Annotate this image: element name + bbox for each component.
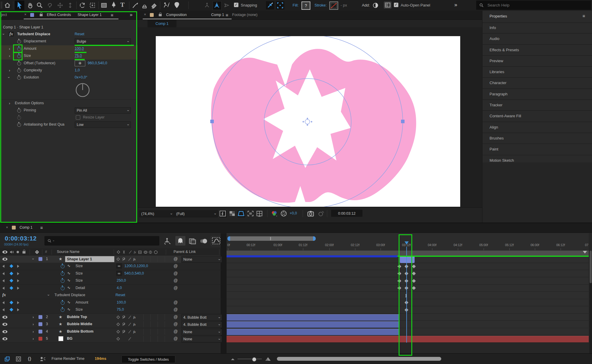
property-row-detail[interactable]: ∿ Detail 4,0 @	[0, 285, 221, 292]
expand-layer-icon[interactable]: ›	[33, 315, 34, 319]
toolbar-grip[interactable]	[1, 2, 2, 9]
stopwatch-icon[interactable]	[61, 272, 65, 276]
local-axis-mode-icon[interactable]	[204, 2, 210, 9]
fill-swatch[interactable]: ?	[301, 1, 310, 10]
audio-column-speaker-icon[interactable]	[9, 250, 14, 254]
panel-menu-icon[interactable]: ≡	[226, 12, 228, 17]
snapping-checkbox[interactable]	[234, 3, 238, 8]
parent-dropdown[interactable]: None ›	[181, 329, 222, 335]
shy-layers-icon[interactable]	[175, 236, 185, 246]
expand-inout-pane-icon[interactable]: {}	[28, 356, 31, 361]
expand-icon[interactable]: ›	[9, 54, 10, 58]
graph-icon[interactable]: ∿	[67, 278, 70, 283]
layer-name[interactable]: BG	[67, 336, 73, 341]
graph-icon[interactable]: ∿	[67, 286, 70, 290]
prev-keyframe-icon[interactable]	[2, 308, 4, 311]
add-keyframe-icon[interactable]	[9, 264, 13, 268]
help-search-box[interactable]	[476, 1, 591, 10]
sidebar-item-character[interactable]: Character	[482, 78, 592, 89]
expand-layer-icon[interactable]: ›	[33, 336, 34, 341]
evolution-options-label[interactable]: Evolution Options	[15, 101, 44, 105]
graph-icon[interactable]: ∿	[67, 307, 70, 312]
index-column-header[interactable]: #	[45, 250, 47, 254]
layer-name[interactable]: Bubble Middle	[67, 322, 92, 326]
parent-dropdown[interactable]: None ›	[181, 256, 222, 263]
dimension-link-icon[interactable]: ∞	[116, 271, 122, 276]
displacement-dropdown[interactable]: Bulge ›	[75, 38, 131, 45]
sidebar-item-effects-presets[interactable]: Effects & Presets	[482, 45, 592, 56]
property-value[interactable]: 4,0	[117, 286, 122, 290]
layer-label-swatch[interactable]	[38, 257, 42, 261]
vertical-scrollbar[interactable]	[589, 251, 592, 353]
effect-reset-button[interactable]: Reset	[115, 293, 125, 297]
next-keyframe-icon[interactable]	[17, 265, 19, 268]
playhead-head[interactable]	[405, 241, 409, 247]
magnification-dropdown[interactable]: (74,4%) ›	[139, 210, 174, 217]
project-tab-partial[interactable]: ject	[1, 13, 7, 17]
expand-transfer-pane-icon[interactable]	[15, 356, 22, 362]
property-row-size-2[interactable]: ∿ Size ∞ 540,0,540,0 @	[0, 270, 221, 278]
lock-icon[interactable]	[40, 14, 43, 16]
prev-keyframe-icon[interactable]	[2, 272, 4, 275]
transparency-grid-icon[interactable]	[229, 210, 236, 217]
close-icon[interactable]: ×	[24, 12, 26, 17]
layer-bar-bubble-top[interactable]	[227, 314, 400, 321]
property-value[interactable]: 100,0	[117, 300, 126, 304]
pinning-dropdown[interactable]: Pin All ›	[75, 107, 131, 114]
composition-tab-title[interactable]: Composition	[166, 13, 187, 17]
parent-dropdown[interactable]: None ›	[181, 336, 222, 342]
complexity-value[interactable]: 1,0	[75, 68, 80, 72]
eye-icon[interactable]	[2, 330, 7, 333]
stopwatch-icon[interactable]	[17, 62, 21, 65]
sidebar-item-tracker[interactable]: Tracker	[482, 100, 592, 111]
effect-name[interactable]: Turbulent Displace	[17, 32, 50, 36]
vertical-scrollbar-thumb[interactable]	[590, 251, 592, 283]
type-tool[interactable]: T	[120, 1, 125, 9]
stopwatch-icon[interactable]	[17, 76, 21, 80]
eye-icon[interactable]	[2, 316, 7, 319]
evolution-value[interactable]: 0x+0,0°	[75, 75, 87, 79]
layer-name[interactable]: Bubble Bottom	[67, 329, 94, 333]
layer-row-bubble-top[interactable]: › 2 ★ Bubble Top fx @ 4. Bubble Bott ›	[0, 314, 221, 321]
collapse-icon[interactable]: ›	[7, 77, 11, 78]
size-value[interactable]: 75,0	[75, 54, 82, 58]
parent-dropdown[interactable]: 4. Bubble Bott ›	[181, 314, 222, 321]
evolution-dial[interactable]	[75, 82, 90, 98]
layer-bar-bubble-middle[interactable]	[227, 321, 400, 328]
video-column-eye-icon[interactable]	[2, 251, 7, 254]
layer-row-bg[interactable]: › 5 BG @ None ›	[0, 335, 221, 343]
crosshair-button[interactable]: ⊕	[75, 60, 85, 66]
property-row-size-3[interactable]: ∿ Size 250,0 @	[0, 277, 221, 285]
rotation-tool[interactable]	[79, 2, 86, 9]
layer-switches-icons[interactable]: fx	[116, 257, 142, 262]
add-keyframe-icon[interactable]	[9, 286, 13, 290]
roto-brush-tool[interactable]	[162, 1, 170, 9]
property-row-amount[interactable]: ∿ Amount 100,0 @	[0, 299, 221, 307]
clone-stamp-tool[interactable]	[141, 2, 148, 9]
exposure-icon[interactable]	[280, 210, 287, 217]
solo-column-icon[interactable]	[17, 251, 19, 253]
panel-menu-icon[interactable]: ≡	[40, 225, 43, 230]
zoom-tool[interactable]	[36, 2, 43, 9]
snap-features-icon[interactable]	[276, 1, 284, 9]
panel-menu-icon[interactable]: ≡	[111, 12, 113, 17]
sidebar-item-audio[interactable]: Audio	[482, 33, 592, 44]
panel-overflow-icon[interactable]: »	[130, 12, 132, 18]
composition-tab-target[interactable]: Comp 1	[211, 13, 224, 17]
effect-controls-tab-target[interactable]: Shape Layer 1	[78, 13, 102, 17]
timeline-navigator-bar[interactable]	[227, 236, 316, 241]
composition-viewer[interactable]	[138, 27, 482, 207]
graph-icon[interactable]: ∿	[67, 300, 70, 304]
parent-link-column-header[interactable]: Parent & Link	[174, 250, 196, 254]
pickwhip-icon[interactable]: @	[174, 329, 178, 334]
camera-tool[interactable]	[89, 2, 96, 9]
channels-icon[interactable]	[271, 210, 278, 217]
composition-flowchart-icon[interactable]	[163, 237, 171, 245]
zoom-in-mountain-icon[interactable]	[265, 356, 271, 361]
eye-icon[interactable]	[2, 337, 7, 340]
stopwatch-icon[interactable]	[17, 123, 21, 127]
view-axis-mode-icon[interactable]	[223, 2, 230, 9]
effect-reset-button[interactable]: Reset	[75, 32, 84, 36]
eraser-tool[interactable]	[150, 2, 158, 9]
parent-dropdown[interactable]: 4. Bubble Bott ›	[181, 321, 222, 328]
